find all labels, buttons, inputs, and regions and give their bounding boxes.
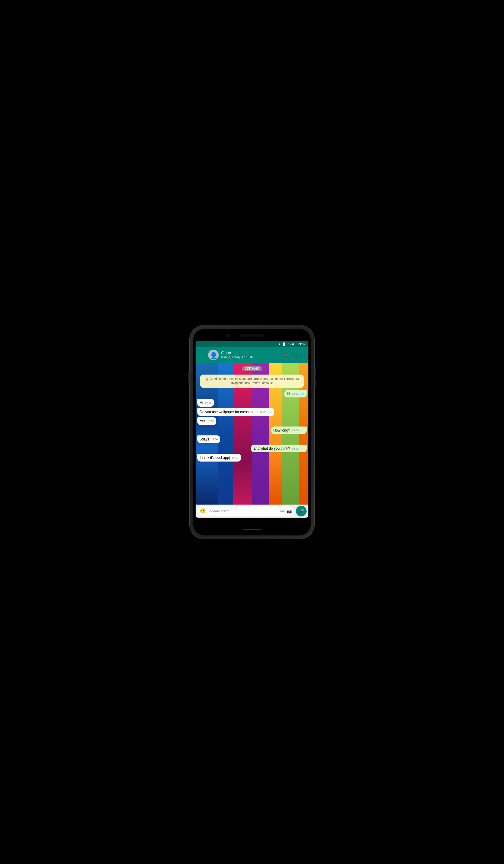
wifi-icon: ▲ <box>278 343 281 346</box>
message-time: 19:05 <box>260 410 266 414</box>
message-time: 19:06 <box>207 419 214 423</box>
battery-percent: 8% <box>287 343 291 346</box>
volume-down-button <box>314 379 315 388</box>
table-row: How long? 19:06 ✓✓ <box>197 427 307 434</box>
message-bubble: Hi 19:05 <box>197 399 214 407</box>
message-bubble: Yes 19:06 <box>197 417 216 425</box>
header-actions: 📹 📞 ⋮ <box>284 352 306 357</box>
camera-button[interactable]: 📷 <box>287 509 292 514</box>
message-bubble: Hi 19:05 ✓✓ <box>284 390 307 398</box>
message-meta: 19:06 ✓✓ <box>292 429 304 433</box>
volume-up-button <box>314 367 315 376</box>
speaker <box>240 334 264 337</box>
message-meta: 19:06 <box>207 419 214 423</box>
message-text: Yes <box>200 419 206 423</box>
signal-icon: ▐▌ <box>282 343 286 346</box>
table-row: I think it's cool app) 19:07 <box>197 454 307 461</box>
message-meta: 19:07 <box>232 456 239 460</box>
message-text: I think it's cool app) <box>200 456 230 460</box>
contact-name: Grish <box>221 350 281 356</box>
message-ticks: ✓✓ <box>300 392 304 396</box>
phone-device: ▲ ▐▌ 8% ▣ 19:07 ← 👤 Grish был(-а) сегодн… <box>190 325 314 539</box>
message-time: 19:07 <box>232 456 239 460</box>
message-meta: 19:05 ✓✓ <box>292 392 304 396</box>
text-input-wrapper[interactable]: 🙂 📎 📷 <box>197 506 294 516</box>
date-badge: СЕГОДНЯ <box>242 366 262 371</box>
status-icons: ▲ ▐▌ 8% ▣ <box>278 343 295 346</box>
screen: ▲ ▐▌ 8% ▣ 19:07 ← 👤 Grish был(-а) сегодн… <box>196 341 308 518</box>
mic-button[interactable]: 🎤 <box>296 506 307 516</box>
home-bar <box>243 529 261 530</box>
message-bubble: How long? 19:06 ✓✓ <box>271 427 307 434</box>
battery-icon: ▣ <box>292 343 295 346</box>
voice-call-icon[interactable]: 📞 <box>293 352 298 357</box>
avatar-icon: 👤 <box>209 352 218 359</box>
table-row: Do you use wallpaper for messenger 19:05… <box>197 408 307 416</box>
encryption-notice-text: 🔒 Сообщения и звонки в данном чате тепер… <box>205 377 299 385</box>
message-text: Hi <box>287 392 290 396</box>
message-input[interactable] <box>207 509 278 513</box>
message-text: Hi <box>200 401 203 405</box>
phone-inner: ▲ ▐▌ 8% ▣ 19:07 ← 👤 Grish был(-а) сегодн… <box>193 329 311 536</box>
message-ticks: ✓✓ <box>300 429 304 433</box>
table-row: Hi 19:05 <box>197 399 307 407</box>
message-time: 19:05 <box>205 401 212 405</box>
contact-status: был(-а) сегодня в 19:07 <box>221 356 281 359</box>
message-text: Do you use wallpaper for messenger <box>200 410 257 414</box>
message-ticks: ✓✓ <box>267 410 272 414</box>
status-time: 19:07 <box>297 342 305 346</box>
power-button <box>189 371 190 383</box>
table-row: and what do you think? 19:06 ✓✓ <box>197 445 307 452</box>
table-row: Hi 19:05 ✓✓ <box>197 390 307 398</box>
input-bar: 🙂 📎 📷 🎤 <box>196 505 308 518</box>
chat-messages: СЕГОДНЯ 🔒 Сообщения и звонки в данном ча… <box>196 363 308 505</box>
more-options-icon[interactable]: ⋮ <box>302 352 306 357</box>
encryption-notice: 🔒 Сообщения и звонки в данном чате тепер… <box>200 374 304 388</box>
message-time: 19:06 <box>292 447 299 451</box>
message-ticks: ✓✓ <box>300 447 304 451</box>
attach-button[interactable]: 📎 <box>279 508 286 514</box>
video-call-icon[interactable]: 📹 <box>284 352 288 357</box>
message-text: and what do you think? <box>253 446 290 451</box>
table-row: 5days 19:06 <box>197 435 307 443</box>
message-meta: 19:06 <box>211 437 218 441</box>
contact-info[interactable]: Grish был(-а) сегодня в 19:07 <box>221 350 281 359</box>
table-row: Yes 19:06 <box>197 417 307 425</box>
status-bar: ▲ ▐▌ 8% ▣ 19:07 <box>196 341 308 347</box>
message-bubble: Do you use wallpaper for messenger 19:05… <box>197 408 274 416</box>
message-meta: 19:06 ✓✓ <box>292 447 304 451</box>
message-meta: 19:05 <box>205 401 212 405</box>
message-bubble: and what do you think? 19:06 ✓✓ <box>251 445 307 452</box>
back-button[interactable]: ← <box>198 350 206 359</box>
message-time: 19:06 <box>292 429 299 432</box>
message-time: 19:05 <box>292 392 299 396</box>
front-camera <box>227 334 230 337</box>
avatar: 👤 <box>208 350 219 360</box>
mic-icon: 🎤 <box>299 508 304 514</box>
chat-header: ← 👤 Grish был(-а) сегодня в 19:07 📹 📞 ⋮ <box>196 347 308 363</box>
message-meta: 19:05 ✓✓ <box>260 410 272 414</box>
message-bubble: 5days 19:06 <box>197 435 220 443</box>
message-text: How long? <box>273 428 290 432</box>
message-bubble: I think it's cool app) 19:07 <box>197 454 241 461</box>
chat-area: СЕГОДНЯ 🔒 Сообщения и звонки в данном ча… <box>196 363 308 505</box>
message-time: 19:06 <box>211 437 218 441</box>
message-text: 5days <box>200 437 209 441</box>
emoji-button[interactable]: 🙂 <box>200 508 206 514</box>
